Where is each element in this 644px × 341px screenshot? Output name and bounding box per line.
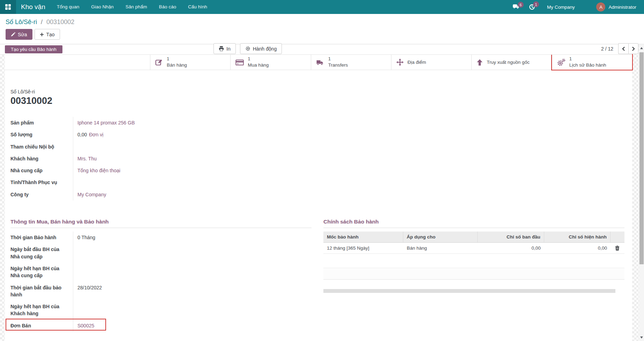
stat-value: 1 xyxy=(248,56,269,62)
control-panel-buttons: Sửa Tạo xyxy=(6,29,644,40)
menu-item-giao-nhan[interactable]: Giao Nhận xyxy=(85,0,120,14)
pager: 2 / 12 xyxy=(601,43,638,54)
messages-button[interactable]: 6 xyxy=(512,4,520,10)
truck-icon xyxy=(316,59,324,66)
field-row-tham-chieu-noi-bo: Tham chiếu Nội bộ xyxy=(10,141,276,153)
credit-card-icon xyxy=(235,59,244,66)
col-header-chi-so-ban-dau[interactable]: Chỉ số ban đầu xyxy=(478,232,544,242)
scroll-down-arrow-icon xyxy=(640,336,643,339)
trash-icon xyxy=(615,245,620,251)
company-switcher[interactable]: My Company xyxy=(547,5,575,10)
field-value-vendor-link[interactable]: Tổng kho điện thoại xyxy=(77,168,120,173)
activities-button[interactable]: 1 xyxy=(529,4,535,10)
field-row-ngay-bat-dau-bh-ncc: Ngày bắt đầu BH của Nhà cung cấp xyxy=(10,243,312,263)
form-sheet: 1 Bán hàng 1 Mua hàng 1 Tran xyxy=(5,55,632,341)
field-value-product-link[interactable]: Iphone 14 promax 256 GB xyxy=(77,120,135,126)
field-row-thoi-gian-bao-hanh: Thời gian Bảo hành 0 Tháng xyxy=(10,232,312,243)
action-button-label: Hành động xyxy=(253,46,277,52)
field-value-warranty-start-date: 28/10/2022 xyxy=(77,285,102,290)
menu-item-tong-quan[interactable]: Tổng quan xyxy=(51,0,85,14)
scroll-down-button[interactable] xyxy=(639,335,644,340)
stat-label: Lịch sử Bảo hành xyxy=(569,62,606,68)
pencil-square-icon xyxy=(155,59,163,66)
scroll-up-button[interactable] xyxy=(639,45,644,51)
breadcrumb-current: 00310002 xyxy=(46,18,74,25)
field-row-khach-hang: Khách hàng Mrs. Thu xyxy=(10,153,276,165)
record-title: Số Lô/Sê-ri 00310002 xyxy=(10,70,624,106)
stat-button-row: 1 Bán hàng 1 Mua hàng 1 Tran xyxy=(5,55,632,70)
cell-chi-so-ban-dau: 0,00 xyxy=(478,243,544,253)
stat-button-transfers[interactable]: 1 Transfers xyxy=(311,55,391,70)
nav-menus: Tổng quan Giao Nhận Sản phẩm Báo cáo Cấu… xyxy=(51,0,213,14)
pencil-icon xyxy=(11,32,15,37)
right-gutter xyxy=(632,45,639,341)
print-button[interactable]: In xyxy=(214,43,236,54)
activities-badge: 1 xyxy=(533,1,539,7)
field-label: Công ty xyxy=(10,189,73,200)
field-value-sale-order-link[interactable]: S00025 xyxy=(77,323,94,328)
table-row[interactable]: 12 tháng [365 Ngày] Bán hàng 0,00 0,00 xyxy=(323,243,624,254)
arrow-up-icon xyxy=(477,59,483,66)
field-value-company-link[interactable]: My Company xyxy=(77,192,106,197)
policy-table-header: Mốc bảo hành Áp dụng cho Chỉ số ban đầu … xyxy=(323,232,624,243)
navbar-right: 6 1 My Company A Administrator xyxy=(512,0,644,14)
create-button-label: Tạo xyxy=(46,32,55,37)
field-value-uom-link[interactable]: Đơn vị xyxy=(89,132,103,137)
plus-icon xyxy=(40,32,44,37)
scrollbar-thumb[interactable] xyxy=(639,52,644,264)
stat-button-lich-su-bao-hanh[interactable]: 1 Lịch sử Bảo hành xyxy=(552,55,632,70)
stat-label: Mua hàng xyxy=(248,62,269,68)
pager-prev-button[interactable] xyxy=(618,43,628,54)
breadcrumb-lot-link[interactable]: Số Lô/Sê-ri xyxy=(6,18,37,25)
stat-button-dia-diem[interactable]: Địa điểm xyxy=(391,55,471,70)
menu-item-bao-cao[interactable]: Báo cáo xyxy=(153,0,182,14)
control-panel-actions: In Hành động xyxy=(214,43,282,54)
stat-button-mua-hang[interactable]: 1 Mua hàng xyxy=(230,55,310,70)
col-header-actions xyxy=(611,232,624,242)
warranty-info-group: Thông tin Mua, Bán hàng và Bảo hành Thời… xyxy=(10,219,312,332)
left-section-title: Thông tin Mua, Bán hàng và Bảo hành xyxy=(10,219,312,228)
right-section-title: Chính sách Bảo hành xyxy=(323,219,624,228)
create-warranty-request-button[interactable]: Tạo yêu cầu Bảo hành xyxy=(5,45,62,53)
chevron-left-icon xyxy=(621,46,626,51)
pager-value: 2 / 12 xyxy=(601,46,613,52)
menu-item-san-pham[interactable]: Sản phẩm xyxy=(120,0,153,14)
field-label: Nhà cung cấp xyxy=(10,165,73,176)
stat-button-ban-hang[interactable]: 1 Bán hàng xyxy=(150,55,230,70)
action-button[interactable]: Hành động xyxy=(240,43,282,54)
field-row-san-pham: Sản phẩm Iphone 14 promax 256 GB xyxy=(10,117,276,129)
gears-icon xyxy=(557,59,566,66)
col-header-ap-dung-cho[interactable]: Áp dụng cho xyxy=(403,232,478,242)
record-title-label: Số Lô/Sê-ri xyxy=(10,89,624,94)
field-row-ngay-het-han-bh-kh: Ngày hết hạn BH của Khách hàng xyxy=(10,301,312,320)
edit-button-label: Sửa xyxy=(18,32,27,37)
apps-menu-button[interactable] xyxy=(0,0,16,14)
control-panel: Số Lô/Sê-ri / 00310002 Sửa Tạo In xyxy=(0,14,644,44)
cell-ap-dung-cho: Bán hàng xyxy=(403,243,478,253)
field-label: Số lượng xyxy=(10,129,73,141)
printer-icon xyxy=(219,46,224,51)
left-gutter xyxy=(0,55,5,341)
field-value-warranty-period: 0 Tháng xyxy=(77,235,95,240)
app-brand[interactable]: Kho vận xyxy=(16,0,51,14)
stat-label: Transfers xyxy=(328,62,348,68)
field-row-nha-cung-cap: Nhà cung cấp Tổng kho điện thoại xyxy=(10,165,276,176)
menu-item-cau-hinh[interactable]: Cấu hình xyxy=(182,0,213,14)
horizontal-scrollbar[interactable] xyxy=(323,289,615,293)
col-header-chi-so-hien-hanh[interactable]: Chỉ số hiện hành xyxy=(544,232,611,242)
col-header-moc-bao-hanh[interactable]: Mốc bảo hành xyxy=(323,232,403,242)
field-value-customer-link[interactable]: Mrs. Thu xyxy=(77,156,97,161)
create-button[interactable]: Tạo xyxy=(35,29,60,40)
field-label: Thời gian Bảo hành xyxy=(10,232,73,243)
breadcrumb-separator: / xyxy=(41,18,43,25)
pager-next-button[interactable] xyxy=(628,43,638,54)
stat-button-truy-xuat-nguon-goc[interactable]: Truy xuất nguồn gốc xyxy=(471,55,552,70)
scroll-up-arrow-icon xyxy=(640,47,643,49)
field-label: Tham chiếu Nội bộ xyxy=(10,141,73,153)
edit-button[interactable]: Sửa xyxy=(6,29,32,40)
delete-row-button[interactable] xyxy=(611,243,624,253)
cell-moc-bao-hanh: 12 tháng [365 Ngày] xyxy=(323,243,403,253)
field-label: Khách hàng xyxy=(10,153,73,165)
warranty-policy-group: Chính sách Bảo hành Mốc bảo hành Áp dụng… xyxy=(323,219,624,332)
user-menu[interactable]: A Administrator xyxy=(596,2,636,12)
